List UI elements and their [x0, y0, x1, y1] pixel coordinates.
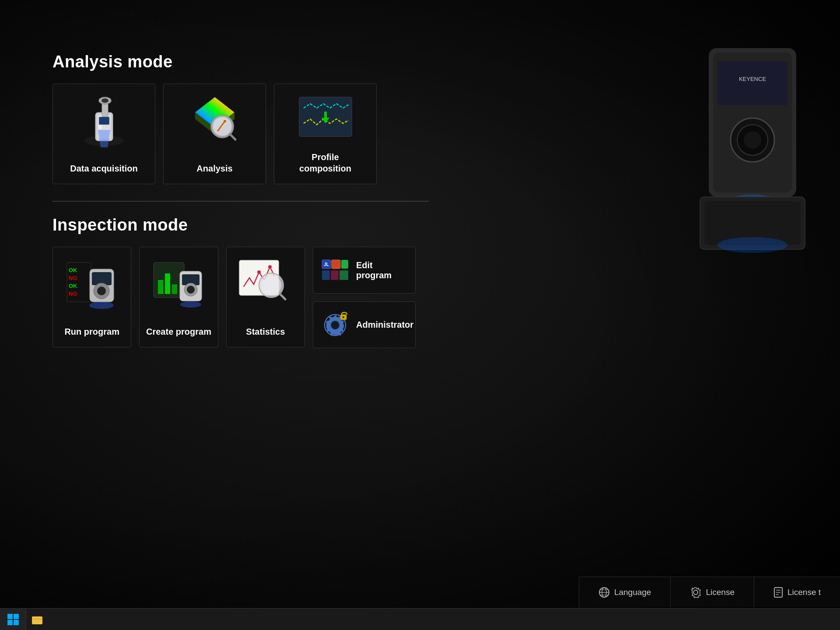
svg-text:NG: NG — [69, 275, 77, 281]
profile-composition-icon-area — [274, 84, 376, 154]
svg-rect-80 — [7, 614, 13, 619]
edit-program-icon-area: JL — [321, 256, 349, 284]
svg-marker-18 — [98, 130, 110, 147]
edit-program-label: Edit program — [356, 260, 407, 280]
administrator-card[interactable]: Administrator — [313, 301, 416, 348]
profile-icon — [297, 95, 354, 143]
analysis-icon-area — [164, 84, 266, 154]
license-label: License — [706, 588, 735, 597]
analysis-icon — [186, 91, 243, 147]
edit-program-card[interactable]: JL Edit program — [313, 247, 416, 294]
windows-taskbar — [0, 608, 840, 630]
svg-rect-82 — [7, 620, 13, 625]
svg-text:NG: NG — [69, 290, 77, 297]
svg-point-67 — [331, 321, 340, 329]
microscope-icon — [76, 91, 133, 147]
language-label: Language — [614, 588, 651, 597]
svg-point-28 — [224, 120, 226, 122]
analysis-card[interactable]: Analysis — [163, 84, 266, 184]
license-icon — [690, 587, 701, 598]
run-program-icon-area: OK NG OK NG — [53, 247, 131, 317]
create-program-card[interactable]: Create program — [139, 247, 218, 347]
create-program-label: Create program — [146, 326, 211, 337]
svg-point-16 — [102, 98, 108, 103]
license-t-button[interactable]: License t — [754, 577, 840, 607]
svg-rect-84 — [32, 616, 42, 624]
data-acquisition-card[interactable]: Data acquisition — [52, 84, 155, 184]
keyence-device: KEYENCE — [621, 26, 840, 420]
windows-icon — [7, 613, 20, 626]
svg-text:OK: OK — [69, 267, 77, 273]
svg-rect-63 — [322, 270, 330, 280]
svg-point-6 — [744, 131, 761, 149]
administrator-icon — [321, 311, 349, 339]
app-footer: Language License License t — [579, 577, 840, 607]
svg-point-55 — [261, 275, 281, 295]
run-program-icon: OK NG OK NG — [63, 254, 120, 311]
statistics-label: Statistics — [246, 326, 285, 337]
profile-composition-card[interactable]: Profile composition — [274, 84, 377, 184]
svg-rect-43 — [158, 280, 163, 294]
svg-rect-45 — [172, 284, 177, 294]
svg-line-56 — [280, 294, 285, 299]
administrator-label: Administrator — [356, 320, 413, 330]
run-program-label: Run program — [64, 326, 119, 337]
inspection-mode-title: Inspection mode — [52, 216, 416, 234]
data-acquisition-label: Data acquisition — [70, 163, 137, 174]
svg-rect-65 — [340, 270, 348, 280]
svg-point-26 — [213, 117, 232, 136]
svg-text:OK: OK — [69, 283, 77, 289]
analysis-mode-title: Analysis mode — [52, 52, 416, 71]
svg-rect-2 — [718, 61, 788, 105]
language-button[interactable]: Language — [579, 577, 671, 607]
svg-point-41 — [89, 302, 114, 309]
run-program-card[interactable]: OK NG OK NG Run program — [52, 247, 131, 347]
statistics-card[interactable]: Statistics — [226, 247, 305, 347]
svg-point-53 — [268, 265, 272, 269]
svg-line-29 — [230, 134, 235, 140]
edit-program-icon: JL — [321, 259, 349, 282]
taskbar-app-icon[interactable] — [26, 609, 48, 630]
data-acquisition-icon-area — [53, 84, 155, 154]
svg-point-49 — [187, 286, 195, 294]
language-icon — [598, 587, 610, 598]
analysis-cards-row: Data acquisition — [52, 84, 416, 184]
create-program-icon — [150, 254, 207, 311]
license-t-icon — [774, 587, 783, 598]
file-explorer-icon — [31, 613, 44, 626]
section-separator — [52, 201, 429, 202]
main-content: Analysis mode — [0, 0, 416, 348]
statistics-icon — [237, 254, 294, 311]
license-t-label: License t — [788, 588, 821, 597]
svg-rect-62 — [341, 260, 348, 269]
svg-text:JL: JL — [324, 262, 329, 267]
inspection-mode-section: Inspection mode OK NG OK NG — [52, 216, 416, 348]
profile-composition-label: Profile composition — [299, 151, 351, 174]
analysis-mode-section: Analysis mode — [52, 52, 416, 184]
svg-point-40 — [97, 287, 106, 295]
svg-rect-83 — [14, 620, 19, 625]
statistics-icon-area — [227, 247, 304, 317]
svg-rect-60 — [332, 260, 340, 269]
svg-rect-64 — [331, 270, 339, 280]
svg-point-69 — [343, 316, 344, 318]
svg-rect-81 — [14, 614, 19, 619]
svg-rect-21 — [100, 118, 108, 124]
svg-point-52 — [257, 270, 261, 274]
license-button[interactable]: License — [670, 577, 754, 607]
inspection-cards-container: OK NG OK NG Run program — [52, 247, 416, 348]
svg-point-75 — [693, 590, 698, 595]
right-column: JL Edit program — [313, 247, 416, 348]
administrator-icon-area — [321, 311, 349, 339]
analysis-label: Analysis — [196, 163, 232, 174]
svg-point-50 — [180, 301, 201, 308]
svg-point-10 — [718, 237, 788, 253]
create-program-icon-area — [140, 247, 217, 317]
svg-rect-44 — [165, 273, 170, 294]
svg-text:KEYENCE: KEYENCE — [739, 76, 766, 82]
start-button[interactable] — [0, 609, 26, 630]
